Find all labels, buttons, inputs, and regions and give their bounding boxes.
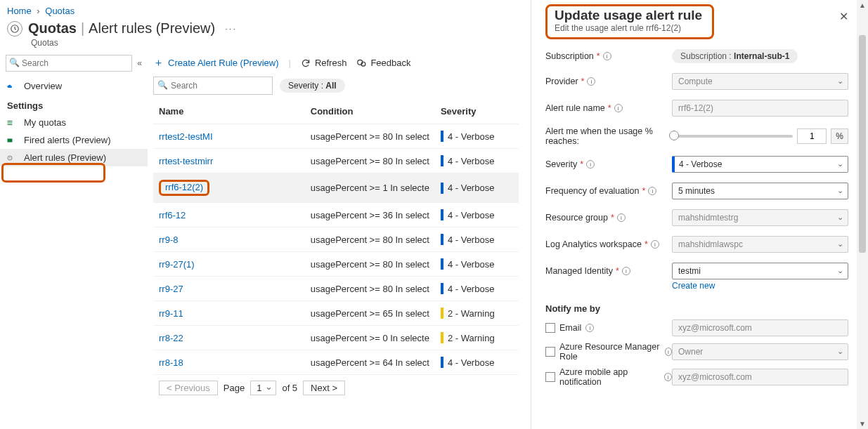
info-icon[interactable]: i (587, 77, 595, 86)
col-severity[interactable]: Severity (435, 99, 519, 124)
severity-bar-icon (441, 131, 443, 142)
sidebar-item-my-quotas[interactable]: My quotas (0, 114, 148, 131)
sidebar-section-settings: Settings (0, 95, 148, 114)
table-row[interactable]: rr9-8usagePercent >= 80 In select4 - Ver… (153, 227, 519, 252)
managed-identity-select[interactable]: testmi⌄ (672, 263, 848, 279)
rule-name-link[interactable]: rr9-8 (159, 235, 178, 245)
severity-select[interactable]: 4 - Verbose⌄ (672, 156, 848, 173)
close-panel-button[interactable]: ✕ (839, 10, 848, 23)
page-select[interactable]: 1 (250, 381, 276, 395)
scrollbar-thumb[interactable] (859, 35, 866, 253)
label: Alert me when the usage % reaches: (545, 126, 672, 146)
severity-text: 4 - Verbose (448, 156, 495, 166)
table-row[interactable]: rr9-27(1)usagePercent >= 80 In select4 -… (153, 252, 519, 277)
page-label: Page (224, 383, 245, 393)
mobile-app-input[interactable]: xyz@microsoft.com (672, 369, 848, 385)
search-icon: 🔍 (9, 58, 20, 67)
feedback-button[interactable]: Feedback (356, 58, 410, 68)
percent-label: % (831, 128, 848, 144)
rule-name-link[interactable]: rrtest2-testMI (159, 131, 213, 142)
label: Azure Resource Manager Role (559, 342, 661, 362)
sidebar-item-overview[interactable]: Overview (0, 77, 148, 95)
threshold-slider[interactable] (672, 135, 793, 138)
label: Subscription (545, 51, 594, 61)
table-search-input[interactable] (153, 77, 273, 95)
sidebar-search-input[interactable] (6, 55, 132, 72)
severity-text: 4 - Verbose (448, 235, 495, 245)
panel-scrollbar[interactable]: ▲ ▼ (857, 0, 868, 429)
rule-name-link[interactable]: rr8-22 (159, 333, 183, 343)
severity-bar-icon (441, 283, 443, 294)
email-checkbox[interactable] (545, 323, 555, 333)
info-icon[interactable]: i (617, 213, 626, 222)
refresh-button[interactable]: Refresh (301, 58, 347, 68)
table-row[interactable]: rrf6-12usagePercent >= 36 In select4 - V… (153, 203, 519, 227)
arm-role-checkbox[interactable] (545, 347, 555, 357)
subscription-value: Subscription : Internal-sub-1 (672, 49, 798, 63)
log-analytics-select[interactable]: mahshidmlawspc⌄ (672, 236, 848, 253)
rule-name-link[interactable]: rr9-27 (159, 284, 183, 294)
sidebar-item-alert-rules[interactable]: Alert rules (Preview) (0, 149, 148, 166)
create-alert-rule-button[interactable]: ＋ Create Alert Rule (Preview) (153, 56, 279, 70)
breadcrumb-quotas[interactable]: Quotas (45, 6, 75, 16)
field-subscription: Subscription*i Subscription : Internal-s… (545, 49, 848, 63)
more-button[interactable]: ··· (225, 23, 237, 34)
severity-text: 4 - Verbose (448, 183, 495, 193)
frequency-select[interactable]: 5 minutes⌄ (672, 183, 848, 199)
table-row[interactable]: rrf6-12(2)usagePercent >= 1 In selecte4 … (153, 173, 519, 203)
info-icon[interactable]: i (614, 104, 623, 112)
highlight-box: Update usage alert rule Edit the usage a… (545, 4, 714, 39)
field-threshold: Alert me when the usage % reaches: % (545, 126, 848, 146)
info-icon[interactable]: i (585, 324, 594, 332)
col-condition[interactable]: Condition (305, 99, 435, 124)
chevron-down-icon: ⌄ (837, 159, 843, 169)
col-name[interactable]: Name (153, 99, 305, 124)
resource-group-select[interactable]: mahshidmtestrg⌄ (672, 209, 848, 226)
info-icon[interactable]: i (665, 348, 672, 356)
field-alert-name: Alert rule name*i rrf6-12(2) (545, 100, 848, 117)
rule-name-link[interactable]: rr9-27(1) (159, 259, 195, 270)
scroll-up-icon[interactable]: ▲ (859, 1, 866, 9)
label: Managed Identity (545, 266, 613, 276)
rule-name-link[interactable]: rrf6-12(2) (165, 182, 203, 192)
table-row[interactable]: rrtest2-testMIusagePercent >= 80 In sele… (153, 124, 519, 149)
svg-rect-2 (8, 122, 13, 123)
rule-condition: usagePercent >= 36 In select (305, 203, 435, 227)
severity-filter-pill[interactable]: Severity : All (280, 79, 345, 93)
next-page-button[interactable]: Next > (303, 381, 345, 395)
info-icon[interactable]: i (603, 52, 611, 60)
create-new-link[interactable]: Create new (672, 281, 848, 291)
severity-bar-icon (441, 183, 443, 194)
table-row[interactable]: rr8-18usagePercent >= 64 In select4 - Ve… (153, 350, 519, 375)
table-row[interactable]: rr9-27usagePercent >= 80 In select4 - Ve… (153, 277, 519, 301)
info-icon[interactable]: i (648, 187, 656, 195)
sidebar-collapse-button[interactable]: « (137, 58, 142, 68)
info-icon[interactable]: i (664, 373, 672, 381)
prev-page-button[interactable]: < Previous (159, 381, 218, 395)
alert-rules-table: Name Condition Severity rrtest2-testMIus… (153, 99, 519, 375)
table-row[interactable]: rr8-22usagePercent >= 0 In selecte2 - Wa… (153, 326, 519, 350)
arm-role-select[interactable]: Owner⌄ (672, 343, 848, 360)
provider-select[interactable]: Compute⌄ (672, 73, 848, 90)
chevron-down-icon: ⌄ (837, 239, 843, 249)
alert-name-input[interactable]: rrf6-12(2) (672, 100, 848, 117)
threshold-input[interactable] (797, 128, 827, 144)
rule-name-link[interactable]: rr9-11 (159, 308, 183, 319)
mobile-app-checkbox[interactable] (545, 372, 555, 382)
email-input[interactable]: xyz@microsoft.com (672, 319, 848, 336)
rule-condition: usagePercent >= 80 In select (305, 252, 435, 277)
info-icon[interactable]: i (586, 160, 595, 169)
rule-name-link[interactable]: rr8-18 (159, 357, 183, 368)
info-icon[interactable]: i (651, 240, 659, 249)
field-managed-identity: Managed Identity*i testmi⌄ (545, 263, 848, 279)
table-row[interactable]: rr9-11usagePercent >= 65 In select2 - Wa… (153, 301, 519, 326)
breadcrumb-home[interactable]: Home (7, 6, 32, 16)
sidebar-item-fired-alerts[interactable]: Fired alerts (Preview) (0, 131, 148, 149)
info-icon[interactable]: i (622, 267, 630, 275)
toolbar-separator: | (289, 58, 291, 68)
scroll-down-icon[interactable]: ▼ (859, 420, 866, 428)
rule-name-link[interactable]: rrf6-12 (159, 210, 186, 220)
table-row[interactable]: rrtest-testmirrusagePercent >= 80 In sel… (153, 149, 519, 173)
rule-name-link[interactable]: rrtest-testmirr (159, 156, 213, 166)
slider-thumb[interactable] (669, 131, 679, 140)
